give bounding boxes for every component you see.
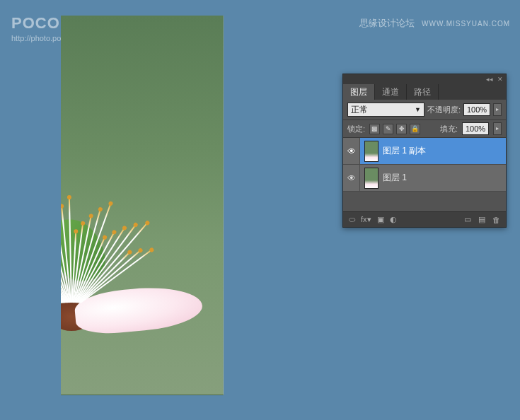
panel-footer: ⬭ fx▾ ▣ ◐ ▭ ▤ 🗑: [343, 211, 506, 227]
blend-opacity-row: 正常 ▼ 不透明度: 100% ▸: [343, 100, 506, 120]
lock-transparent-icon[interactable]: ▩: [369, 124, 380, 134]
link-layers-icon[interactable]: ⬭: [349, 215, 355, 224]
opacity-arrow-icon[interactable]: ▸: [493, 103, 502, 116]
layer-list-empty: [343, 192, 506, 211]
blend-mode-select[interactable]: 正常 ▼: [347, 103, 424, 117]
lock-fill-row: 锁定: ▩ ✎ ✥ 🔒 填充: 100% ▸: [343, 120, 506, 138]
opacity-label: 不透明度:: [427, 105, 461, 115]
visibility-toggle[interactable]: 👁: [343, 138, 360, 164]
lock-pixels-icon[interactable]: ✎: [383, 124, 393, 134]
fill-input[interactable]: 100%: [462, 122, 489, 135]
new-layer-icon[interactable]: ▤: [478, 215, 485, 224]
collapse-icon[interactable]: ◂◂: [486, 76, 493, 83]
close-icon[interactable]: ✕: [497, 76, 503, 83]
chevron-down-icon: ▼: [415, 106, 421, 113]
panel-titlebar[interactable]: ◂◂ ✕: [343, 74, 506, 84]
forum-url: WWW.MISSYUAN.COM: [422, 20, 510, 28]
folder-icon[interactable]: ▭: [464, 215, 471, 224]
brand-text: POCO: [11, 14, 60, 32]
visibility-toggle[interactable]: 👁: [343, 165, 360, 191]
tab-layers[interactable]: 图层: [343, 84, 375, 100]
lock-all-icon[interactable]: 🔒: [410, 124, 420, 134]
layer-list: 👁 图层 1 副本 👁 图层 1: [343, 138, 506, 211]
forum-text: 思缘设计论坛: [359, 18, 415, 28]
layer-item-1[interactable]: 👁 图层 1: [343, 165, 506, 192]
image-flower: [61, 168, 224, 352]
opacity-input[interactable]: 100%: [463, 103, 490, 116]
layer-thumbnail[interactable]: [364, 141, 379, 162]
lock-position-icon[interactable]: ✥: [396, 124, 407, 134]
lock-label: 锁定:: [347, 124, 365, 134]
watermark-right: 思缘设计论坛 WWW.MISSYUAN.COM: [359, 17, 510, 30]
mask-icon[interactable]: ▣: [377, 215, 384, 224]
fx-icon[interactable]: fx▾: [361, 215, 371, 224]
lock-icons-group: ▩ ✎ ✥ 🔒: [369, 124, 420, 134]
blend-mode-value: 正常: [351, 104, 368, 116]
panel-tabs: 图层 通道 路径: [343, 84, 506, 100]
adjustment-icon[interactable]: ◐: [390, 215, 397, 224]
tab-paths[interactable]: 路径: [407, 84, 439, 100]
fill-arrow-icon[interactable]: ▸: [493, 122, 502, 135]
canvas-document[interactable]: [61, 16, 224, 395]
fill-label: 填充:: [440, 124, 458, 134]
layer-name-label: 图层 1 副本: [383, 145, 426, 157]
layer-item-1-copy[interactable]: 👁 图层 1 副本: [343, 138, 506, 165]
layers-panel: ◂◂ ✕ 图层 通道 路径 正常 ▼ 不透明度: 100% ▸ 锁定: ▩ ✎ …: [342, 74, 507, 228]
trash-icon[interactable]: 🗑: [492, 216, 500, 224]
tab-channels[interactable]: 通道: [375, 84, 407, 100]
layer-thumbnail[interactable]: [364, 168, 379, 189]
layer-name-label: 图层 1: [383, 172, 407, 184]
